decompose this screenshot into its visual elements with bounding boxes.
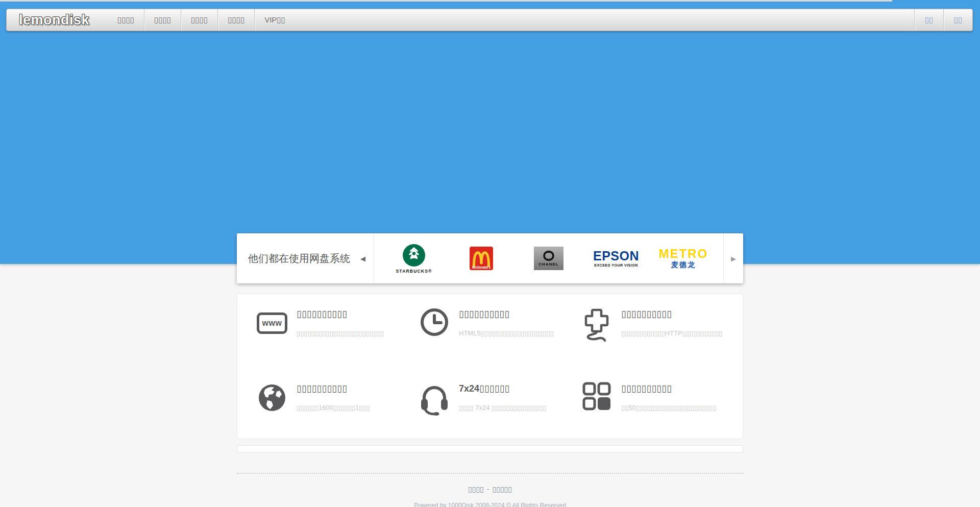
feature-text: ▯▯▯▯▯▯▯▯▯▯▯▯▯▯▯▯▯▯▯▯▯▯HTTP▯▯▯▯▯▯▯▯▯▯▯ [621,307,722,382]
nav-right-item-1[interactable]: ▯▯ [914,9,943,31]
globe-icon [256,382,288,417]
chanel-logo-mark: CHANEL [534,247,564,270]
feature-description: ▯▯▯▯▯▯1600▯▯▯▯▯▯1▯▯▯ [297,404,370,412]
clock-icon [418,307,451,342]
metro-logo-chinese-text: 麦德龙 [671,260,696,270]
mcdonalds-logo-text: McDonald's [470,265,493,269]
nav-item-4[interactable]: ▯▯▯▯ [217,9,254,31]
feature-title: ▯▯▯▯▯▯▯▯▯▯ [621,383,716,394]
powered-by-text: Powered by 1000Disk 2008-2024 © All Righ… [0,502,980,507]
chanel-logo-text: CHANEL [538,262,558,267]
nav-right-item-2[interactable]: ▯▯ [943,9,972,31]
mcdonalds-logo-mark: McDonald's [470,247,493,270]
plus-icon [580,307,613,342]
metro-logo-text: METRO [659,248,708,260]
headset-icon [418,382,451,417]
epson-logo: EPSONEXCEED YOUR VISION [585,237,647,279]
feature-description: ▯▯50▯▯▯▯▯▯▯▯▯▯▯▯▯▯▯▯▯▯▯▯▯▯ [621,404,716,412]
nav-item-5[interactable]: VIP▯▯ [254,9,295,31]
footer-dotted-divider [237,473,743,474]
nav-menu: ▯▯▯▯▯▯▯▯▯▯▯▯▯▯▯▯VIP▯▯ [108,9,295,31]
carousel-next-button[interactable]: ▶ [728,252,739,265]
grid-icon [580,382,613,417]
starbucks-logo-text: STARBUCKS® [396,269,432,274]
features-grid: www▯▯▯▯▯▯▯▯▯▯▯▯▯▯▯▯▯▯▯▯▯▯▯▯▯▯▯▯▯▯▯▯▯▯▯▯▯… [237,294,743,439]
feature-title: 7x24▯▯▯▯▯▯ [459,383,546,394]
client-logos: STARBUCKS®McDonald'sCHANELEPSONEXCEED YO… [374,237,723,279]
carousel-prev-button[interactable]: ◀ [357,252,369,265]
nav-right-links: ▯▯▯▯ [914,9,972,31]
carousel-divider-right [723,233,724,283]
starbucks-logo-mark [402,244,426,267]
metro-logo: METRO麦德龙 [653,237,714,279]
mcdonalds-logo: McDonald's [451,237,512,279]
nav-item-2[interactable]: ▯▯▯▯ [144,9,181,31]
feature-description: ▯▯▯▯▯▯▯▯▯▯▯▯HTTP▯▯▯▯▯▯▯▯▯▯▯ [621,329,722,337]
chanel-logo: CHANEL [518,237,579,279]
carousel-title: 他们都在使用网盘系统 [248,252,356,265]
feature-title: ▯▯▯▯▯▯▯▯▯▯ [621,308,722,320]
empty-content-strip [237,445,743,453]
feature-title: ▯▯▯▯▯▯▯▯▯▯ [459,308,554,320]
nav-item-3[interactable]: ▯▯▯▯ [181,9,217,31]
feature-title: ▯▯▯▯▯▯▯▯▯▯ [297,383,370,394]
footer-link-separator: - [487,485,489,493]
top-progress-strip [0,0,892,2]
feature-title: ▯▯▯▯▯▯▯▯▯▯ [297,308,384,320]
nav-item-1[interactable]: ▯▯▯▯ [108,9,144,31]
epson-logo-text: EPSON [593,250,639,262]
feature-description: ▯▯▯▯ 7x24 ▯▯▯▯▯▯▯▯▯▯▯▯▯▯▯ [459,404,546,412]
epson-logo-tagline: EXCEED YOUR VISION [594,263,638,267]
footer-link-2[interactable]: ▯▯▯▯▯ [492,485,512,493]
starbucks-logo: STARBUCKS® [383,237,445,279]
footer: ▯▯▯▯-▯▯▯▯▯ Powered by 1000Disk 2008-2024… [0,485,980,507]
navbar: lemondisk ▯▯▯▯▯▯▯▯▯▯▯▯▯▯▯▯VIP▯▯ ▯▯▯▯ [6,9,973,31]
feature-item-2: ▯▯▯▯▯▯▯▯▯▯HTML5▯▯▯▯▯▯▯▯▯▯▯▯▯▯▯▯▯▯▯▯ [418,307,580,382]
www-icon: www [256,307,288,342]
feature-description: ▯▯▯▯▯▯▯▯▯▯▯▯▯▯▯▯▯▯▯▯▯▯▯▯ [297,329,384,337]
feature-item-3: ▯▯▯▯▯▯▯▯▯▯▯▯▯▯▯▯▯▯▯▯▯▯HTTP▯▯▯▯▯▯▯▯▯▯▯ [580,307,743,382]
footer-links: ▯▯▯▯-▯▯▯▯▯ [0,485,980,493]
hero-banner [0,0,980,264]
feature-text: ▯▯▯▯▯▯▯▯▯▯HTML5▯▯▯▯▯▯▯▯▯▯▯▯▯▯▯▯▯▯▯▯ [459,307,554,382]
footer-link-1[interactable]: ▯▯▯▯ [468,485,484,493]
feature-text: ▯▯▯▯▯▯▯▯▯▯▯▯▯▯▯▯▯▯▯▯▯▯▯▯▯▯▯▯▯▯▯▯▯▯ [297,307,384,382]
feature-item-1: www▯▯▯▯▯▯▯▯▯▯▯▯▯▯▯▯▯▯▯▯▯▯▯▯▯▯▯▯▯▯▯▯▯▯ [256,307,418,382]
clients-carousel: 他们都在使用网盘系统 ◀ STARBUCKS®McDonald'sCHANELE… [237,233,743,283]
site-logo[interactable]: lemondisk [7,9,102,31]
feature-description: HTML5▯▯▯▯▯▯▯▯▯▯▯▯▯▯▯▯▯▯▯▯ [459,329,554,337]
